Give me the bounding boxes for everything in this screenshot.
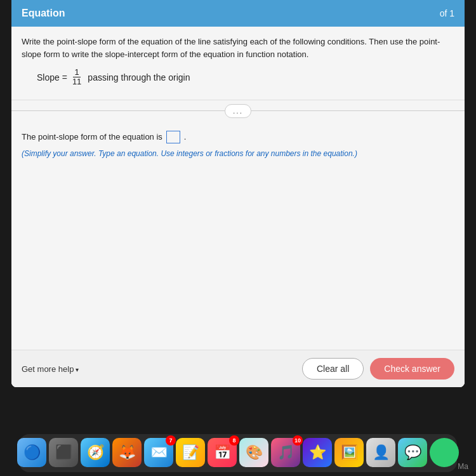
main-content: Equation of 1 Write the point-slope form… — [11, 0, 465, 387]
music-icon: 🎵 — [277, 444, 294, 461]
slope-condition: passing through the origin — [88, 72, 190, 83]
calendar-badge: 8 — [229, 435, 239, 446]
action-buttons: Clear all Check answer — [302, 358, 454, 380]
safari-icon: 🧭 — [87, 444, 104, 461]
slope-numerator: 1 — [73, 68, 80, 77]
header-page: of 1 — [440, 8, 454, 18]
dock-item-finder[interactable]: 🔵 — [17, 438, 46, 467]
answer-prompt-before: The point-slope form of the equation is — [22, 132, 162, 142]
slope-denominator: 11 — [71, 77, 83, 86]
dock-item-firefox[interactable]: 🦊 — [112, 438, 142, 467]
notes-icon: 📝 — [182, 444, 199, 461]
header-bar: Equation of 1 — [11, 0, 465, 27]
app-icon: 🎨 — [246, 444, 263, 461]
problem-instruction: Write the point-slope form of the equati… — [22, 36, 454, 60]
messages-icon: 💬 — [404, 444, 421, 461]
dock-item-green[interactable] — [430, 438, 459, 467]
answer-hint: (Simplify your answer. Type an equation.… — [22, 149, 454, 159]
slope-fraction: 1 11 — [71, 68, 83, 87]
answer-input-box[interactable] — [166, 131, 180, 143]
dock-item-mail[interactable]: ✉️ 7 — [144, 438, 173, 467]
clear-all-button[interactable]: Clear all — [302, 358, 364, 380]
dock-item-calendar[interactable]: 📅 8 — [208, 438, 237, 467]
finder-icon: 🔵 — [23, 444, 41, 461]
answer-prompt-after: . — [184, 132, 187, 142]
dock-item-notes[interactable]: 📝 — [176, 438, 205, 467]
dock-area: 🔵 ⬛ 🧭 🦊 ✉️ 7 📝 — [0, 390, 476, 476]
slope-line: Slope = 1 11 passing through the origin — [37, 68, 454, 87]
dock-item-contacts[interactable]: 👤 — [366, 438, 395, 467]
screen-container: Equation of 1 Write the point-slope form… — [0, 0, 476, 476]
dock-item-app[interactable]: 🎨 — [239, 438, 268, 467]
divider-line-right — [251, 110, 465, 111]
dock-item-launchpad[interactable]: ⬛ — [49, 438, 78, 467]
dots-button[interactable]: ... — [225, 104, 251, 118]
dock-item-messages[interactable]: 💬 — [398, 438, 427, 467]
contacts-icon: 👤 — [373, 444, 390, 461]
dock-item-music[interactable]: 🎵 10 — [271, 438, 300, 467]
dock-item-safari[interactable]: 🧭 — [81, 438, 110, 467]
slope-equals-label: Slope = — [37, 72, 67, 83]
action-bar: Get more help Clear all Check answer — [11, 350, 465, 387]
launchpad-icon: ⬛ — [55, 444, 72, 461]
firefox-icon: 🦊 — [119, 444, 136, 461]
dock-item-photos[interactable]: 🖼️ — [334, 438, 364, 467]
photos-icon: 🖼️ — [341, 444, 358, 461]
bottom-right-label: Ma — [458, 462, 468, 471]
get-more-help-link[interactable]: Get more help — [22, 364, 79, 374]
header-title: Equation — [22, 8, 65, 19]
divider-line-left — [11, 110, 225, 111]
dock-item-star[interactable]: ⭐ — [303, 438, 332, 467]
star-icon: ⭐ — [309, 444, 326, 461]
mail-badge: 7 — [166, 435, 176, 446]
music-badge: 10 — [293, 435, 303, 446]
problem-section: Write the point-slope form of the equati… — [11, 27, 465, 100]
answer-line: The point-slope form of the equation is … — [22, 131, 454, 143]
calendar-icon: 📅 — [214, 444, 231, 461]
check-answer-button[interactable]: Check answer — [370, 358, 454, 380]
answer-section: The point-slope form of the equation is … — [11, 122, 465, 387]
mail-icon: ✉️ — [150, 444, 168, 461]
dock: 🔵 ⬛ 🧭 🦊 ✉️ 7 📝 — [19, 434, 457, 472]
divider-section: ... — [11, 100, 465, 122]
